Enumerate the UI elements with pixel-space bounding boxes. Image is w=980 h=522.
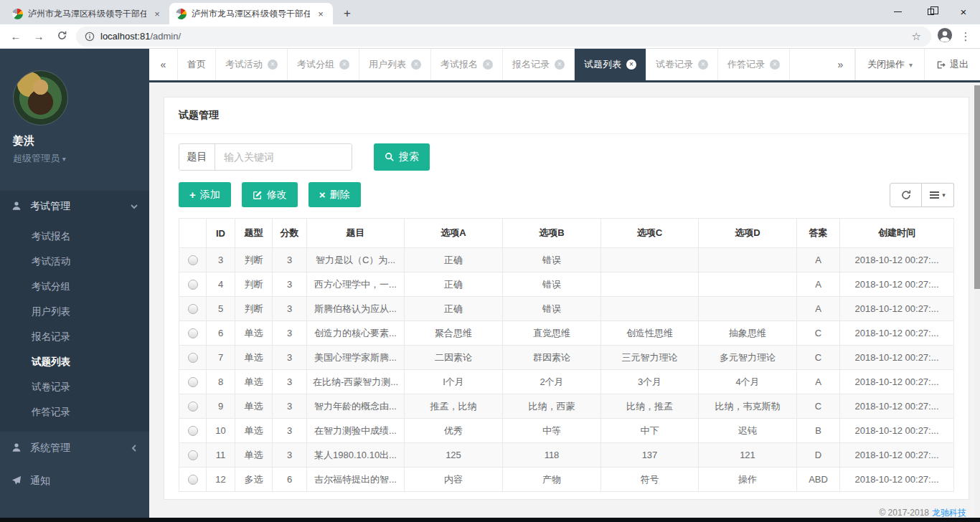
sidebar-item-exam-management[interactable]: 考试管理 — [0, 191, 149, 222]
profile-avatar-icon[interactable] — [937, 27, 953, 46]
site-favicon-icon — [12, 9, 23, 19]
panel-title: 试题管理 — [164, 98, 969, 134]
sidebar-item-notice[interactable]: 通知 — [0, 465, 149, 498]
url-host: localhost:81 — [100, 31, 150, 42]
scroll-tabs-left-button[interactable]: « — [149, 49, 178, 80]
sidebar-item-system-management[interactable]: 系统管理 — [0, 432, 149, 465]
nav-tab-label: 用户列表 — [369, 58, 406, 71]
nav-tab[interactable]: 考试活动 × — [216, 49, 288, 80]
row-radio[interactable] — [188, 353, 198, 363]
browser-tabstrip: 泸州市龙马潭区科级领导干部任前 × 泸州市龙马潭区科级领导干部任前 × + × — [0, 0, 980, 24]
table-header-cell: 选项C — [601, 219, 699, 248]
minimize-icon — [894, 11, 902, 12]
nav-tab-label: 考试报名 — [440, 58, 478, 71]
browser-toolbar: ← → localhost:81/admin/ ☆ ⋮ — [0, 24, 980, 49]
forward-icon[interactable]: → — [30, 30, 47, 42]
sidebar-submenu-item[interactable]: 用户列表 — [0, 299, 149, 324]
paper-plane-icon — [11, 475, 23, 487]
nav-tab[interactable]: 考试分组 × — [288, 49, 359, 80]
nav-tab[interactable]: 用户列表 × — [359, 49, 431, 80]
browser-tab[interactable]: 泸州市龙马潭区科级领导干部任前 × — [6, 3, 169, 24]
restore-icon — [928, 9, 934, 15]
user-name: 姜洪 — [13, 134, 136, 148]
row-radio[interactable] — [188, 377, 198, 387]
nav-tab[interactable]: 首页 — [178, 49, 216, 80]
refresh-button[interactable] — [890, 183, 922, 207]
sidebar-submenu-item[interactable]: 试题列表 — [0, 349, 149, 374]
scroll-tabs-right-button[interactable]: » — [826, 49, 855, 80]
bookmark-star-icon[interactable]: ☆ — [912, 30, 921, 43]
edit-button[interactable]: 修改 — [242, 182, 298, 207]
nav-tab[interactable]: 考试报名 × — [431, 49, 503, 80]
close-button[interactable]: × — [947, 0, 980, 23]
nav-tab-close-icon[interactable]: × — [698, 60, 708, 70]
user-role[interactable]: 超级管理员 ▾ — [13, 152, 136, 165]
browser-tab[interactable]: 泸州市龙马潭区科级领导干部任前 × — [169, 3, 333, 24]
row-radio[interactable] — [188, 280, 198, 290]
info-icon[interactable] — [85, 32, 95, 42]
url-path: /admin/ — [150, 31, 181, 42]
nav-tab-close-icon[interactable]: × — [411, 60, 421, 70]
row-radio[interactable] — [188, 475, 198, 485]
browser-tab-close-icon[interactable]: × — [151, 9, 163, 19]
sidebar-submenu-item[interactable]: 考试分组 — [0, 274, 149, 299]
main-area: « 首页 考试活动 × 考试分组 × 用户列表 × 考试报名 × 报名记录 × … — [149, 49, 980, 522]
nav-tab[interactable]: 试卷记录 × — [646, 49, 718, 80]
nav-tab-label: 首页 — [187, 58, 206, 71]
nav-tab[interactable]: 试题列表 × — [575, 49, 646, 80]
reload-icon[interactable] — [53, 30, 70, 43]
address-bar[interactable]: localhost:81/admin/ ☆ — [76, 27, 931, 47]
scrollbar-thumb[interactable] — [974, 85, 980, 289]
row-radio[interactable] — [188, 328, 198, 338]
row-radio[interactable] — [188, 402, 198, 412]
question-panel: 试题管理 题目 搜索 + — [164, 97, 969, 500]
company-link[interactable]: 龙驰科技 — [932, 507, 966, 519]
nav-tab[interactable]: 报名记录 × — [503, 49, 575, 80]
new-tab-button[interactable]: + — [337, 4, 357, 24]
browser-menu-icon[interactable]: ⋮ — [958, 30, 973, 43]
columns-dropdown-button[interactable]: ▾ — [922, 183, 954, 207]
sidebar-submenu-item[interactable]: 试卷记录 — [0, 374, 149, 399]
row-radio[interactable] — [188, 255, 198, 265]
table-header-cell: 选项D — [699, 219, 797, 248]
avatar[interactable] — [13, 70, 68, 125]
nav-tab-close-icon[interactable]: × — [555, 60, 565, 70]
window-controls: × — [881, 0, 980, 24]
nav-tab-close-icon[interactable]: × — [626, 60, 636, 70]
caret-down-icon: ▾ — [909, 61, 913, 69]
nav-tab-close-icon[interactable]: × — [483, 60, 493, 70]
table-header-row: ID题型分数题目选项A选项B选项C选项D答案创建时间 — [179, 219, 954, 248]
close-operations-dropdown[interactable]: 关闭操作 ▾ — [855, 49, 924, 80]
sidebar-submenu-item[interactable]: 考试报名 — [0, 224, 149, 249]
table-header-cell: 题型 — [235, 219, 273, 248]
sidebar-submenu-item[interactable]: 报名记录 — [0, 324, 149, 349]
window-bottom-edge — [0, 518, 980, 522]
nav-tab-label: 作答记录 — [727, 58, 765, 71]
keyword-input[interactable] — [215, 144, 352, 170]
search-button[interactable]: 搜索 — [374, 143, 430, 171]
back-icon[interactable]: ← — [7, 30, 24, 42]
delete-button[interactable]: × 删除 — [308, 182, 361, 207]
sidebar-submenu-item[interactable]: 考试活动 — [0, 249, 149, 274]
table-row: 12 多选 6 吉尔福特提出的智... 内容 产物 符号 操作 ABD 2018… — [179, 468, 954, 492]
sidebar-submenu-item[interactable]: 作答记录 — [0, 399, 149, 424]
table-header-cell: 分数 — [273, 219, 307, 248]
row-radio[interactable] — [188, 426, 198, 436]
nav-tab-close-icon[interactable]: × — [770, 60, 780, 70]
nav-tab[interactable]: 作答记录 × — [718, 49, 790, 80]
logout-button[interactable]: 退出 — [924, 49, 980, 80]
nav-tab-close-icon[interactable]: × — [339, 60, 349, 70]
add-button[interactable]: + 添加 — [179, 182, 231, 207]
row-radio[interactable] — [188, 304, 198, 314]
sidebar: 姜洪 超级管理员 ▾ 考试管理 考试报名 考试活动 考试分组 — [0, 49, 149, 522]
browser-tab-close-icon[interactable]: × — [315, 9, 326, 19]
page-scrollbar[interactable] — [974, 82, 980, 522]
minimize-button[interactable] — [881, 0, 914, 23]
nav-tab-label: 考试分组 — [297, 58, 334, 71]
row-radio[interactable] — [188, 450, 198, 460]
restore-button[interactable] — [914, 0, 947, 23]
refresh-icon — [900, 189, 912, 201]
toolbar: + 添加 修改 × 删除 — [179, 182, 954, 207]
chevron-down-icon: ▾ — [62, 155, 66, 163]
nav-tab-close-icon[interactable]: × — [268, 60, 278, 70]
